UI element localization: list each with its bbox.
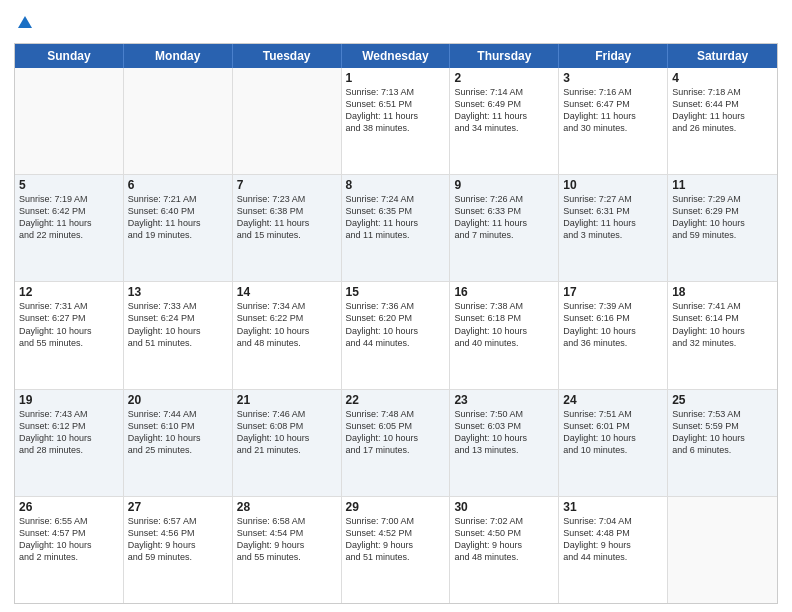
calendar-day-3: 3Sunrise: 7:16 AM Sunset: 6:47 PM Daylig… [559,68,668,174]
calendar-row-1: 5Sunrise: 7:19 AM Sunset: 6:42 PM Daylig… [15,175,777,282]
day-number: 23 [454,393,554,407]
day-number: 12 [19,285,119,299]
page-header [14,10,778,37]
svg-marker-0 [18,16,32,28]
day-number: 16 [454,285,554,299]
calendar-empty-cell [233,68,342,174]
day-details: Sunrise: 7:14 AM Sunset: 6:49 PM Dayligh… [454,86,554,135]
calendar-day-9: 9Sunrise: 7:26 AM Sunset: 6:33 PM Daylig… [450,175,559,281]
day-details: Sunrise: 7:50 AM Sunset: 6:03 PM Dayligh… [454,408,554,457]
day-number: 11 [672,178,773,192]
day-details: Sunrise: 7:19 AM Sunset: 6:42 PM Dayligh… [19,193,119,242]
calendar-day-23: 23Sunrise: 7:50 AM Sunset: 6:03 PM Dayli… [450,390,559,496]
calendar-day-15: 15Sunrise: 7:36 AM Sunset: 6:20 PM Dayli… [342,282,451,388]
day-details: Sunrise: 7:48 AM Sunset: 6:05 PM Dayligh… [346,408,446,457]
calendar-body: 1Sunrise: 7:13 AM Sunset: 6:51 PM Daylig… [15,68,777,603]
day-details: Sunrise: 7:16 AM Sunset: 6:47 PM Dayligh… [563,86,663,135]
day-number: 19 [19,393,119,407]
day-number: 27 [128,500,228,514]
day-details: Sunrise: 7:02 AM Sunset: 4:50 PM Dayligh… [454,515,554,564]
calendar-day-18: 18Sunrise: 7:41 AM Sunset: 6:14 PM Dayli… [668,282,777,388]
calendar-empty-cell [15,68,124,174]
calendar-day-1: 1Sunrise: 7:13 AM Sunset: 6:51 PM Daylig… [342,68,451,174]
day-details: Sunrise: 7:44 AM Sunset: 6:10 PM Dayligh… [128,408,228,457]
day-number: 2 [454,71,554,85]
day-details: Sunrise: 7:39 AM Sunset: 6:16 PM Dayligh… [563,300,663,349]
calendar-day-21: 21Sunrise: 7:46 AM Sunset: 6:08 PM Dayli… [233,390,342,496]
day-number: 9 [454,178,554,192]
calendar-day-26: 26Sunrise: 6:55 AM Sunset: 4:57 PM Dayli… [15,497,124,603]
day-number: 26 [19,500,119,514]
calendar-day-4: 4Sunrise: 7:18 AM Sunset: 6:44 PM Daylig… [668,68,777,174]
day-number: 30 [454,500,554,514]
day-details: Sunrise: 7:23 AM Sunset: 6:38 PM Dayligh… [237,193,337,242]
calendar-day-10: 10Sunrise: 7:27 AM Sunset: 6:31 PM Dayli… [559,175,668,281]
calendar-day-30: 30Sunrise: 7:02 AM Sunset: 4:50 PM Dayli… [450,497,559,603]
calendar-row-4: 26Sunrise: 6:55 AM Sunset: 4:57 PM Dayli… [15,497,777,603]
day-details: Sunrise: 7:41 AM Sunset: 6:14 PM Dayligh… [672,300,773,349]
day-number: 6 [128,178,228,192]
calendar-day-2: 2Sunrise: 7:14 AM Sunset: 6:49 PM Daylig… [450,68,559,174]
day-details: Sunrise: 7:36 AM Sunset: 6:20 PM Dayligh… [346,300,446,349]
header-day-saturday: Saturday [668,44,777,68]
day-details: Sunrise: 6:58 AM Sunset: 4:54 PM Dayligh… [237,515,337,564]
day-number: 18 [672,285,773,299]
calendar-row-3: 19Sunrise: 7:43 AM Sunset: 6:12 PM Dayli… [15,390,777,497]
calendar-day-29: 29Sunrise: 7:00 AM Sunset: 4:52 PM Dayli… [342,497,451,603]
calendar-day-11: 11Sunrise: 7:29 AM Sunset: 6:29 PM Dayli… [668,175,777,281]
header-day-tuesday: Tuesday [233,44,342,68]
day-details: Sunrise: 6:55 AM Sunset: 4:57 PM Dayligh… [19,515,119,564]
header-day-wednesday: Wednesday [342,44,451,68]
calendar-day-5: 5Sunrise: 7:19 AM Sunset: 6:42 PM Daylig… [15,175,124,281]
day-number: 8 [346,178,446,192]
header-day-thursday: Thursday [450,44,559,68]
calendar-row-2: 12Sunrise: 7:31 AM Sunset: 6:27 PM Dayli… [15,282,777,389]
calendar-day-13: 13Sunrise: 7:33 AM Sunset: 6:24 PM Dayli… [124,282,233,388]
calendar-day-22: 22Sunrise: 7:48 AM Sunset: 6:05 PM Dayli… [342,390,451,496]
header-day-sunday: Sunday [15,44,124,68]
logo [14,14,34,37]
header-day-friday: Friday [559,44,668,68]
calendar-empty-cell [668,497,777,603]
day-details: Sunrise: 7:13 AM Sunset: 6:51 PM Dayligh… [346,86,446,135]
day-number: 10 [563,178,663,192]
calendar-day-17: 17Sunrise: 7:39 AM Sunset: 6:16 PM Dayli… [559,282,668,388]
day-number: 14 [237,285,337,299]
day-details: Sunrise: 7:38 AM Sunset: 6:18 PM Dayligh… [454,300,554,349]
calendar-empty-cell [124,68,233,174]
day-details: Sunrise: 7:18 AM Sunset: 6:44 PM Dayligh… [672,86,773,135]
calendar: SundayMondayTuesdayWednesdayThursdayFrid… [14,43,778,604]
logo-icon [16,14,34,32]
header-day-monday: Monday [124,44,233,68]
calendar-day-16: 16Sunrise: 7:38 AM Sunset: 6:18 PM Dayli… [450,282,559,388]
day-number: 4 [672,71,773,85]
day-number: 17 [563,285,663,299]
day-number: 1 [346,71,446,85]
calendar-day-25: 25Sunrise: 7:53 AM Sunset: 5:59 PM Dayli… [668,390,777,496]
calendar-header: SundayMondayTuesdayWednesdayThursdayFrid… [15,44,777,68]
day-number: 31 [563,500,663,514]
day-number: 29 [346,500,446,514]
calendar-day-20: 20Sunrise: 7:44 AM Sunset: 6:10 PM Dayli… [124,390,233,496]
calendar-day-19: 19Sunrise: 7:43 AM Sunset: 6:12 PM Dayli… [15,390,124,496]
day-number: 22 [346,393,446,407]
day-details: Sunrise: 7:04 AM Sunset: 4:48 PM Dayligh… [563,515,663,564]
day-details: Sunrise: 7:46 AM Sunset: 6:08 PM Dayligh… [237,408,337,457]
calendar-day-12: 12Sunrise: 7:31 AM Sunset: 6:27 PM Dayli… [15,282,124,388]
calendar-day-24: 24Sunrise: 7:51 AM Sunset: 6:01 PM Dayli… [559,390,668,496]
day-details: Sunrise: 7:51 AM Sunset: 6:01 PM Dayligh… [563,408,663,457]
day-details: Sunrise: 6:57 AM Sunset: 4:56 PM Dayligh… [128,515,228,564]
day-number: 15 [346,285,446,299]
day-number: 28 [237,500,337,514]
calendar-day-7: 7Sunrise: 7:23 AM Sunset: 6:38 PM Daylig… [233,175,342,281]
calendar-day-8: 8Sunrise: 7:24 AM Sunset: 6:35 PM Daylig… [342,175,451,281]
day-details: Sunrise: 7:33 AM Sunset: 6:24 PM Dayligh… [128,300,228,349]
calendar-day-31: 31Sunrise: 7:04 AM Sunset: 4:48 PM Dayli… [559,497,668,603]
calendar-day-27: 27Sunrise: 6:57 AM Sunset: 4:56 PM Dayli… [124,497,233,603]
day-number: 3 [563,71,663,85]
calendar-day-6: 6Sunrise: 7:21 AM Sunset: 6:40 PM Daylig… [124,175,233,281]
day-number: 25 [672,393,773,407]
day-number: 7 [237,178,337,192]
day-number: 20 [128,393,228,407]
day-details: Sunrise: 7:43 AM Sunset: 6:12 PM Dayligh… [19,408,119,457]
